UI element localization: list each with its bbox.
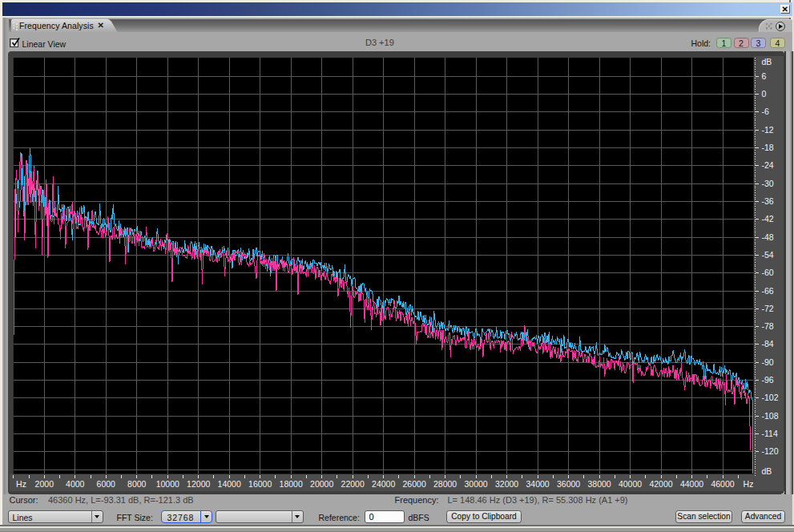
svg-text:-114: -114 (762, 429, 778, 438)
svg-text:-60: -60 (762, 268, 774, 277)
svg-text:6000: 6000 (97, 479, 116, 489)
svg-text:26000: 26000 (403, 479, 426, 489)
svg-text:-102: -102 (762, 393, 779, 402)
svg-text:40000: 40000 (619, 479, 642, 489)
svg-text:-54: -54 (762, 250, 774, 260)
svg-text:22000: 22000 (341, 479, 365, 489)
svg-text:14000: 14000 (218, 479, 241, 489)
svg-text:Hz: Hz (16, 479, 26, 489)
svg-text:2000: 2000 (35, 479, 54, 489)
svg-text:0: 0 (762, 89, 767, 99)
svg-text:28000: 28000 (433, 479, 457, 489)
svg-text:-90: -90 (762, 357, 774, 367)
svg-text:38000: 38000 (587, 479, 611, 489)
svg-text:-42: -42 (762, 214, 774, 224)
svg-text:-108: -108 (762, 411, 779, 421)
svg-text:-24: -24 (762, 160, 774, 170)
svg-text:-30: -30 (762, 179, 774, 188)
svg-text:18000: 18000 (280, 479, 303, 489)
svg-text:-12: -12 (762, 125, 774, 135)
svg-text:dB: dB (762, 466, 772, 476)
svg-text:-84: -84 (762, 339, 774, 349)
svg-text:32000: 32000 (495, 479, 518, 489)
svg-text:42000: 42000 (649, 479, 672, 489)
svg-text:-120: -120 (762, 446, 779, 456)
svg-text:20000: 20000 (310, 479, 333, 489)
svg-text:10000: 10000 (156, 479, 179, 489)
svg-text:-96: -96 (762, 375, 774, 385)
svg-text:-18: -18 (762, 143, 774, 152)
svg-text:24000: 24000 (372, 479, 395, 489)
svg-text:34000: 34000 (526, 479, 549, 489)
svg-text:-36: -36 (762, 196, 774, 206)
svg-text:46000: 46000 (711, 479, 734, 489)
svg-text:44000: 44000 (680, 479, 703, 489)
svg-text:-48: -48 (762, 232, 774, 242)
svg-text:-72: -72 (762, 304, 774, 313)
svg-text:12000: 12000 (187, 479, 210, 489)
svg-text:-78: -78 (762, 321, 774, 331)
svg-text:dB: dB (762, 57, 772, 66)
svg-text:-66: -66 (762, 286, 774, 296)
svg-text:-6: -6 (762, 107, 769, 116)
svg-text:30000: 30000 (465, 479, 488, 489)
svg-text:16000: 16000 (248, 479, 272, 489)
svg-text:4000: 4000 (66, 479, 85, 489)
svg-text:Hz: Hz (744, 479, 754, 489)
svg-text:36000: 36000 (557, 479, 580, 489)
svg-text:6: 6 (762, 71, 767, 81)
svg-text:8000: 8000 (127, 479, 147, 489)
